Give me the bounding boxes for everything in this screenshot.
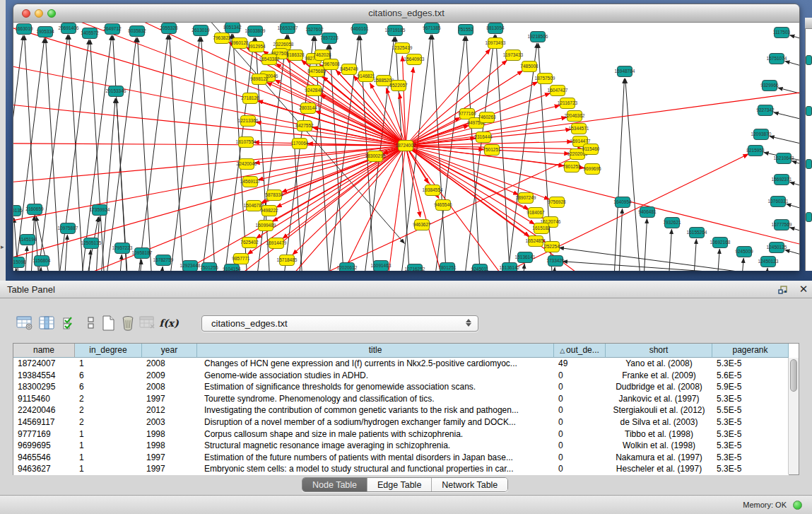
network-node[interactable]: 751552 (458, 25, 473, 35)
network-edge[interactable] (406, 60, 507, 146)
panel-collapse-arrow-icon[interactable]: ▸ (1, 244, 4, 250)
network-node[interactable]: 9245011 (471, 264, 489, 271)
network-edge[interactable] (201, 37, 219, 271)
close-panel-icon[interactable]: ✕ (797, 283, 810, 296)
network-node[interactable]: 20691406 (59, 23, 79, 34)
network-node[interactable]: 11973433 (503, 50, 524, 61)
network-node[interactable]: 7501251 (483, 145, 501, 156)
network-edge[interactable] (785, 61, 799, 77)
new-table-icon[interactable] (99, 314, 117, 332)
float-panel-icon[interactable] (777, 284, 789, 296)
network-edge[interactable] (785, 250, 799, 266)
network-node[interactable]: 9184067 (526, 208, 545, 218)
network-node[interactable]: 1405572 (81, 28, 99, 39)
network-edge[interactable] (774, 112, 799, 129)
network-node[interactable]: 9227342 (756, 105, 775, 116)
network-edge[interactable] (32, 35, 68, 271)
network-edge[interactable] (406, 71, 523, 146)
table-row[interactable]: 1872400712008Changes of HCN gene express… (13, 358, 789, 370)
network-node[interactable]: 17957223 (112, 243, 133, 254)
network-node[interactable]: 252254 (544, 242, 560, 252)
network-edge[interactable] (275, 80, 406, 146)
network-node[interactable]: 9498222 (260, 206, 278, 216)
network-node[interactable]: 10760331 (768, 197, 789, 207)
column-header-short[interactable]: short (606, 344, 712, 358)
network-node[interactable]: 8813054 (486, 23, 505, 34)
network-node[interactable]: 15344571 (569, 124, 589, 134)
network-edge[interactable] (792, 161, 799, 177)
network-node[interactable]: 16543382 (259, 54, 280, 65)
network-node[interactable]: 12116723 (558, 98, 578, 109)
network-edge[interactable] (789, 182, 799, 198)
network-node[interactable]: 9465546 (434, 200, 452, 211)
table-body[interactable]: 1872400712008Changes of HCN gene express… (13, 358, 789, 475)
network-node[interactable]: 7801253 (563, 162, 581, 173)
network-node[interactable]: 8454749 (340, 64, 358, 75)
network-node[interactable]: 12325419 (392, 43, 413, 54)
delete-table-icon[interactable] (119, 314, 137, 332)
network-node[interactable]: 17359924 (90, 205, 110, 216)
network-node[interactable]: 12450123 (758, 257, 779, 267)
network-node[interactable]: 9756928 (548, 197, 566, 208)
table-selector-dropdown[interactable]: citations_edges.txt (201, 315, 478, 332)
network-edge[interactable] (69, 35, 87, 271)
table-row[interactable]: 2242004622012Investigating the contribut… (13, 404, 789, 416)
show-columns-icon[interactable] (38, 314, 57, 332)
network-edge[interactable] (614, 78, 624, 271)
network-edge[interactable] (62, 235, 67, 271)
column-header-out_de[interactable]: △out_de... (554, 344, 606, 358)
network-edge[interactable] (293, 45, 329, 271)
network-node[interactable]: 8051342 (223, 23, 242, 33)
network-node[interactable]: 16524851 (526, 236, 546, 247)
network-edge[interactable] (46, 38, 64, 271)
window-titlebar[interactable]: citations_edges.txt (13, 4, 799, 23)
network-node[interactable]: 9406481 (638, 207, 657, 218)
network-node[interactable]: 10716252 (405, 264, 425, 271)
network-node[interactable]: 2160659 (25, 204, 44, 215)
tab-edge-table[interactable]: Edge Table (367, 478, 432, 491)
scrollbar-thumb[interactable] (790, 359, 797, 392)
network-node[interactable]: 1527602 (305, 25, 324, 35)
table-row[interactable]: 977716911998Corpus callosum shape and si… (13, 428, 789, 440)
network-edge[interactable] (13, 146, 406, 271)
network-node[interactable]: 1905334 (36, 27, 54, 37)
table-row[interactable]: 946554611997Estimation of the future num… (13, 452, 789, 464)
network-view-window[interactable]: citations_edges.txt 18724007796382289601… (13, 4, 800, 271)
network-node[interactable]: 18107554 (236, 137, 257, 148)
network-node[interactable]: 8960128 (230, 38, 249, 49)
column-header-pagerank[interactable]: pagerank (712, 344, 789, 358)
network-node[interactable]: 7460263 (478, 112, 496, 123)
network-node[interactable]: 7932621 (663, 218, 681, 228)
tab-network-table[interactable]: Network Table (432, 478, 507, 491)
table-row[interactable]: 911546021997Tourette syndrome. Phenomeno… (13, 393, 789, 405)
network-node[interactable]: 1733426 (546, 256, 565, 267)
network-edge[interactable] (90, 40, 108, 271)
network-node[interactable]: 12450125 (767, 243, 787, 253)
network-node[interactable]: 6466161 (351, 24, 369, 35)
tab-node-table[interactable]: Node Table (302, 478, 367, 491)
network-edge[interactable] (86, 250, 90, 271)
network-node[interactable]: 12020612 (337, 263, 358, 271)
network-edge[interactable] (406, 146, 799, 256)
network-node[interactable]: 2316444 (474, 132, 493, 143)
network-node[interactable]: 9242848 (305, 86, 323, 96)
network-node[interactable]: 8522057 (389, 81, 408, 91)
network-node[interactable]: 9857771 (232, 254, 250, 264)
select-attributes-icon[interactable] (61, 314, 79, 332)
network-edge[interactable] (770, 136, 799, 153)
network-node[interactable]: 22420046 (237, 159, 257, 170)
network-node[interactable]: 9245009 (735, 247, 753, 257)
network-node[interactable]: 1170064 (291, 139, 309, 149)
network-edge[interactable] (315, 111, 406, 146)
network-node[interactable]: 1663019 (15, 24, 33, 35)
network-node[interactable]: 1145194 (19, 235, 37, 245)
network-edge[interactable] (158, 267, 163, 271)
column-header-year[interactable]: year (142, 344, 197, 358)
column-header-in_degree[interactable]: in_degree (75, 344, 142, 358)
network-edge[interactable] (233, 34, 251, 271)
network-node[interactable]: 16914479 (266, 238, 287, 249)
network-edge[interactable] (251, 35, 287, 271)
network-node[interactable]: 16091463 (371, 261, 392, 271)
network-node[interactable]: 12093870 (751, 129, 772, 140)
network-node[interactable]: 8186328 (286, 50, 305, 61)
